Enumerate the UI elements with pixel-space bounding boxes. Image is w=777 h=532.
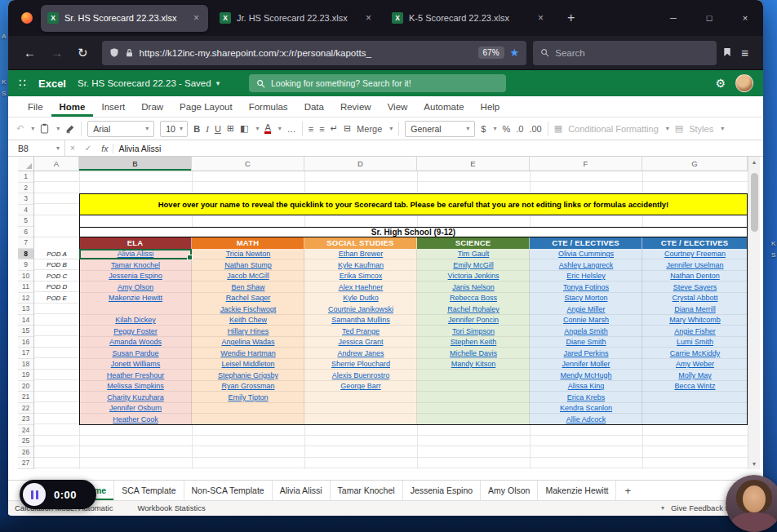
scorecard-link[interactable]: Leisel Middleton: [192, 359, 304, 370]
scorecard-link[interactable]: Nathan Stump: [192, 259, 304, 271]
scorecard-link[interactable]: Ashley Langreck: [530, 259, 642, 271]
ribbon-tab-review[interactable]: Review: [332, 98, 380, 117]
format-painter-icon[interactable]: [65, 124, 75, 134]
paste-dropdown-icon[interactable]: ▾: [56, 125, 60, 132]
sheet-tab-alivia-alissi[interactable]: Alivia Alissi: [273, 481, 331, 500]
insert-function-icon[interactable]: fx: [96, 144, 113, 153]
scorecard-link[interactable]: Samantha Mullins: [304, 315, 417, 326]
borders-icon[interactable]: ⊞: [227, 123, 234, 134]
scorecard-link[interactable]: Jonett Williams: [79, 359, 192, 370]
chevron-down-icon[interactable]: ▾: [661, 504, 664, 512]
formula-content[interactable]: Alivia Alissi: [118, 144, 161, 153]
browser-tab[interactable]: XK-5 Scorecard 22.23.xlsx×: [385, 5, 553, 32]
scorecard-link[interactable]: George Barr: [304, 381, 417, 392]
increase-decimal-icon[interactable]: .00: [529, 124, 541, 134]
row-header-10[interactable]: 10: [18, 271, 33, 282]
italic-button[interactable]: I: [206, 124, 209, 134]
scorecard-link[interactable]: Diana Merrill: [642, 304, 748, 315]
row-header-18[interactable]: 18: [18, 359, 33, 370]
subject-header-ela-0[interactable]: ELA: [79, 237, 192, 249]
scorecard-link[interactable]: Emily Tipton: [192, 392, 304, 403]
scorecard-link[interactable]: Erika Simcox: [304, 271, 417, 282]
ribbon-tab-data[interactable]: Data: [296, 98, 332, 117]
scorecard-link[interactable]: Jennifer Uselman: [642, 259, 748, 271]
scorecard-link[interactable]: Olivia Cummings: [530, 249, 642, 260]
scorecard-link[interactable]: Kyle Kaufman: [304, 259, 417, 271]
scorecard-link[interactable]: Kyle Dutko: [304, 293, 417, 304]
scorecard-link[interactable]: Jennifer Poncin: [417, 315, 530, 326]
scorecard-link[interactable]: Charity Kuzuhara: [79, 392, 192, 403]
scorecard-link[interactable]: Heather Freshour: [79, 370, 192, 381]
scorecard-link[interactable]: Andrew Janes: [304, 348, 417, 359]
merge-icon[interactable]: ⊟: [344, 123, 351, 134]
tab-close-icon[interactable]: ×: [535, 12, 546, 24]
sheet-tab-non-sca-template[interactable]: Non-SCA Template: [184, 481, 273, 500]
browser-tab[interactable]: XSr. HS Scorecard 22.23.xlsx×: [41, 5, 208, 32]
scorecard-link[interactable]: Ethan Brewer: [304, 249, 417, 260]
row-header-3[interactable]: 3: [18, 193, 33, 205]
banner-cell[interactable]: Hover over your name to reveal the quick…: [79, 193, 748, 215]
scorecard-link[interactable]: Jessenia Espino: [79, 271, 192, 282]
row-header-11[interactable]: 11: [18, 282, 33, 293]
cancel-entry-icon[interactable]: ×: [65, 144, 80, 153]
font-color-icon[interactable]: A: [264, 123, 270, 134]
document-title[interactable]: Sr. HS Scorecard 22.23 - Saved: [78, 78, 211, 88]
row-header-15[interactable]: 15: [18, 326, 33, 337]
ribbon-tab-page-layout[interactable]: Page Layout: [171, 98, 241, 117]
row-header-9[interactable]: 9: [18, 259, 33, 271]
scorecard-link[interactable]: Angelina Wadas: [192, 337, 304, 348]
column-header-f[interactable]: F: [530, 157, 642, 171]
decrease-decimal-icon[interactable]: .0: [516, 124, 523, 134]
add-sheet-button[interactable]: +: [616, 481, 639, 500]
scorecard-link[interactable]: Molly May: [642, 370, 748, 381]
column-header-a[interactable]: A: [34, 157, 79, 171]
user-avatar[interactable]: [735, 74, 753, 92]
scorecard-link[interactable]: Amy Weber: [642, 359, 748, 370]
ribbon-tab-help[interactable]: Help: [473, 98, 508, 117]
minimize-button[interactable]: ─: [655, 0, 691, 36]
row-header-4[interactable]: 4: [18, 205, 33, 216]
subject-header-social-studies-2[interactable]: SOCIAL STUDIES: [304, 237, 417, 249]
row-header-5[interactable]: 5: [18, 215, 33, 227]
forward-button[interactable]: →: [43, 46, 70, 60]
scorecard-link[interactable]: Allie Adcock: [530, 414, 642, 425]
row-header-19[interactable]: 19: [18, 370, 33, 381]
scorecard-link[interactable]: Angie Fisher: [642, 326, 748, 337]
scroll-down-icon[interactable]: ▾: [748, 460, 760, 468]
subject-header-math-1[interactable]: MATH: [192, 237, 304, 249]
font-size-select[interactable]: 10▾: [160, 121, 188, 137]
scorecard-link[interactable]: Becca Wintz: [642, 381, 748, 392]
scorecard-link[interactable]: Mary Whitcomb: [642, 315, 748, 326]
scorecard-link[interactable]: Emily McGill: [417, 259, 530, 271]
tab-close-icon[interactable]: ×: [363, 12, 374, 24]
scorecard-link[interactable]: Kilah Dickey: [79, 315, 192, 326]
scorecard-link[interactable]: Ryan Grossman: [192, 381, 304, 392]
scorecard-link[interactable]: Lumi Smith: [642, 337, 748, 348]
scorecard-link[interactable]: Steve Sayers: [642, 282, 748, 293]
conditional-formatting-icon[interactable]: ▦: [554, 123, 562, 134]
ribbon-tab-insert[interactable]: Insert: [93, 98, 133, 117]
row-header-6[interactable]: 6: [18, 227, 33, 238]
subject-header-cte-electives-4[interactable]: CTE / ELECTIVES: [530, 237, 642, 249]
scorecard-link[interactable]: Melissa Simpkins: [79, 381, 192, 392]
vertical-scroll-thumb[interactable]: [751, 173, 758, 232]
scorecard-link[interactable]: Hillary Hines: [192, 326, 304, 337]
undo-dropdown-icon[interactable]: ▾: [31, 125, 34, 132]
conditional-formatting-label[interactable]: Conditional Formatting: [568, 124, 659, 134]
row-header-24[interactable]: 24: [18, 425, 33, 437]
column-header-e[interactable]: E: [417, 157, 530, 171]
row-header-20[interactable]: 20: [18, 381, 33, 392]
wrap-text-icon[interactable]: ↵: [331, 123, 338, 134]
scorecard-link[interactable]: Jessica Grant: [304, 337, 417, 348]
app-name[interactable]: Excel: [38, 78, 66, 90]
tab-close-icon[interactable]: ×: [191, 12, 202, 24]
row-header-2[interactable]: 2: [18, 183, 33, 194]
scorecard-link[interactable]: Stacy Morton: [530, 293, 642, 304]
url-text[interactable]: https://k12inc-my.sharepoint.com/:x:/r/p…: [140, 48, 473, 58]
more-options-icon[interactable]: …: [287, 124, 296, 134]
scorecard-link[interactable]: Kendra Scanlon: [530, 403, 642, 415]
subject-header-cte-electives-5[interactable]: CTE / ELECTIVES: [642, 237, 748, 249]
vertical-scrollbar[interactable]: ▴ ▾: [748, 157, 760, 469]
scorecard-link[interactable]: Diane Smith: [530, 337, 642, 348]
scorecard-link[interactable]: Makenzie Hewitt: [79, 293, 192, 304]
